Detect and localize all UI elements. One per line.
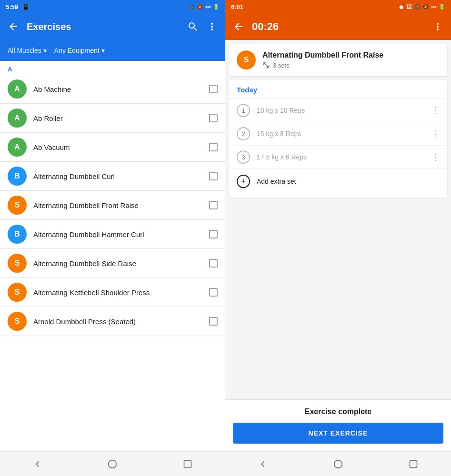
exercise-checkbox-5[interactable] (209, 201, 218, 209)
exercise-avatar-1: A (8, 79, 27, 99)
list-item[interactable]: S Alternating Kettlebell Shoulder Press (0, 278, 225, 307)
exercise-name-3: Ab Vacuum (33, 143, 202, 151)
exercise-checkbox-1[interactable] (209, 85, 218, 93)
status-icons-right: ⏰ 🖼 🎧 🔕 ▪▪▪ 🔋 (398, 4, 445, 10)
exercise-name-4: Alternating Dumbbell Curl (33, 172, 202, 180)
equipment-filter[interactable]: Any Equipment ▾ (54, 47, 105, 54)
set-number-1: 1 (237, 104, 250, 117)
exercise-checkbox-6[interactable] (209, 230, 218, 238)
chevron-down-icon-2: ▾ (101, 47, 105, 54)
status-icon-phone: 📱 (22, 3, 30, 10)
exercise-checkbox-4[interactable] (209, 172, 218, 180)
exercise-avatar-9: S (8, 312, 27, 331)
battery-icon: 🔋 (213, 4, 220, 10)
page-title-left: Exercises (27, 21, 180, 32)
more-menu-right[interactable] (432, 21, 443, 32)
exercise-checkbox-9[interactable] (209, 317, 218, 326)
exercise-avatar-2: A (8, 109, 27, 128)
complete-section: Exercise complete NEXT EXERCISE (225, 399, 451, 451)
bell-mute-icon: 🔕 (422, 4, 429, 10)
exercise-name-6: Alternating Dumbbell Hammer Curl (33, 230, 202, 238)
svg-point-2 (334, 460, 342, 468)
exercise-avatar-6: B (8, 225, 27, 244)
sets-card: Today 1 10 kg x 10 Reps ⋮ 2 15 kg x 8 Re… (229, 80, 447, 198)
set-number-3: 3 (237, 150, 250, 164)
exercise-avatar-8: S (8, 283, 27, 302)
list-item[interactable]: A Ab Vacuum (0, 133, 225, 162)
alarm-icon: ⏰ (398, 4, 405, 10)
nav-square-right[interactable] (404, 455, 423, 474)
set-menu-1[interactable]: ⋮ (431, 105, 440, 116)
wifi-icon: ▪▪▪ (205, 4, 211, 10)
set-detail-3: 17.5 kg x 6 Reps (257, 153, 424, 161)
today-label: Today (229, 86, 447, 99)
add-set-icon: + (237, 175, 250, 188)
nav-home-left[interactable] (103, 455, 122, 474)
set-detail-2: 15 kg x 8 Reps (257, 130, 424, 138)
search-button[interactable] (187, 21, 199, 32)
battery-icon-right: 🔋 (439, 4, 445, 10)
exercise-avatar-7: S (8, 254, 27, 273)
nav-square-left[interactable] (178, 455, 197, 474)
dumbbell-icon (262, 61, 270, 69)
exercise-list: A A Ab Machine A Ab Roller A Ab Vacuum B… (0, 61, 225, 451)
left-panel: 5:59 📱 🎧 🔕 ▪▪▪ 🔋 Exercises All Muscles ▾… (0, 0, 225, 476)
exercise-avatar-4: B (8, 167, 27, 186)
list-item[interactable]: S Alternating Dumbbell Front Raise (0, 191, 225, 220)
bell-icon: 🔕 (197, 4, 203, 10)
exercise-card-title: Alternating Dumbbell Front Raise (262, 51, 440, 60)
add-set-label: Add extra set (257, 178, 296, 185)
headphones-icon: 🎧 (188, 4, 195, 10)
set-detail-1: 10 kg x 10 Reps (257, 107, 424, 114)
image-icon: 🖼 (407, 4, 412, 10)
exercise-checkbox-3[interactable] (209, 143, 218, 151)
list-item[interactable]: A Ab Roller (0, 104, 225, 133)
nav-back-left[interactable] (28, 455, 47, 474)
exercise-name-5: Alternating Dumbbell Front Raise (33, 201, 202, 209)
section-header-a: A (0, 61, 225, 75)
svg-rect-1 (184, 460, 191, 467)
workout-timer: 00:26 (252, 20, 424, 33)
toolbar-right: 00:26 (225, 13, 451, 40)
exercise-checkbox-8[interactable] (209, 288, 218, 297)
exercise-name-2: Ab Roller (33, 114, 202, 122)
status-bar-right: 6:01 ⏰ 🖼 🎧 🔕 ▪▪▪ 🔋 (225, 0, 451, 13)
exercise-avatar-5: S (8, 196, 27, 215)
exercise-name-7: Alternating Dumbbell Side Raise (33, 259, 202, 268)
more-menu-left[interactable] (206, 21, 218, 32)
complete-text: Exercise complete (233, 407, 443, 416)
muscles-filter[interactable]: All Muscles ▾ (8, 47, 47, 54)
back-button-right[interactable] (233, 21, 244, 32)
set-menu-2[interactable]: ⋮ (431, 129, 440, 139)
exercise-checkbox-7[interactable] (209, 259, 218, 268)
exercise-name-1: Ab Machine (33, 85, 202, 93)
add-extra-set-row[interactable]: + Add extra set (229, 169, 447, 194)
status-icons-left: 🎧 🔕 ▪▪▪ 🔋 (188, 4, 220, 10)
set-row: 1 10 kg x 10 Reps ⋮ (229, 99, 447, 122)
exercise-name-9: Arnold Dumbbell Press (Seated) (33, 317, 202, 326)
svg-point-0 (109, 460, 117, 468)
set-menu-3[interactable]: ⋮ (431, 152, 440, 162)
next-exercise-button[interactable]: NEXT EXERCISE (233, 423, 443, 444)
list-item[interactable]: B Alternating Dumbbell Curl (0, 162, 225, 191)
status-bar-left: 5:59 📱 🎧 🔕 ▪▪▪ 🔋 (0, 0, 225, 13)
nav-bar-left (0, 451, 225, 476)
headphones-icon-right: 🎧 (414, 4, 421, 10)
back-button-left[interactable] (8, 21, 19, 32)
nav-home-right[interactable] (329, 455, 348, 474)
svg-rect-3 (410, 460, 417, 467)
list-item[interactable]: S Arnold Dumbbell Press (Seated) (0, 307, 225, 336)
exercise-checkbox-2[interactable] (209, 114, 218, 122)
list-item[interactable]: A Ab Machine (0, 75, 225, 104)
exercise-card-meta: 3 sets (262, 61, 440, 69)
list-item[interactable]: S Alternating Dumbbell Side Raise (0, 249, 225, 278)
set-row: 3 17.5 kg x 6 Reps ⋮ (229, 145, 447, 169)
chevron-down-icon: ▾ (43, 47, 47, 54)
exercise-card-info: Alternating Dumbbell Front Raise 3 sets (262, 51, 440, 69)
status-time-left: 5:59 (6, 3, 18, 10)
set-number-2: 2 (237, 127, 250, 140)
exercise-card: S Alternating Dumbbell Front Raise 3 set… (229, 44, 447, 76)
exercise-name-8: Alternating Kettlebell Shoulder Press (33, 288, 202, 297)
list-item[interactable]: B Alternating Dumbbell Hammer Curl (0, 220, 225, 249)
nav-back-right[interactable] (253, 455, 272, 474)
